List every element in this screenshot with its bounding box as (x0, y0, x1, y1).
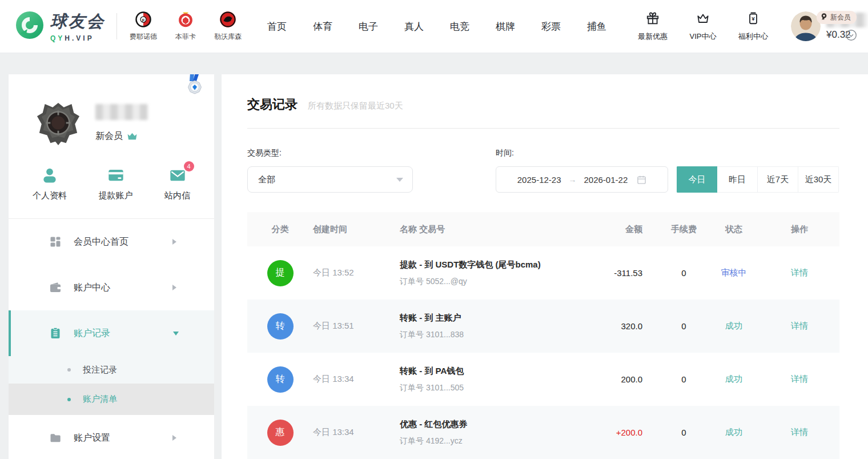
sponsor-benfica: 本菲卡 (168, 11, 203, 42)
sidebar-item-label: 账户中心 (74, 282, 110, 294)
nav-sports[interactable]: 体育 (300, 20, 345, 33)
sidebar-item-account-records[interactable]: 账户记录 (9, 310, 214, 356)
page-header: 交易记录 所有数据只保留最近30天 (247, 74, 839, 129)
detail-link[interactable]: 详情 (791, 427, 808, 437)
chevron-right-icon (172, 239, 176, 245)
row-name: 提款 - 到 USDT数字钱包 (尾号bcma) (400, 260, 577, 270)
divider (116, 13, 117, 39)
table-row: 提 今日 13:52 提款 - 到 USDT数字钱包 (尾号bcma) 订单号 … (247, 246, 839, 300)
row-fee: 0 (660, 321, 708, 331)
col-action: 操作 (760, 224, 839, 235)
red-packet-icon: ¥ (746, 11, 761, 28)
main-panel: 交易记录 所有数据只保留最近30天 交易类型: 全部 时间: 2025-12-2… (222, 74, 868, 459)
welfare-center-link[interactable]: ¥ 福利中心 (728, 11, 778, 42)
detail-link[interactable]: 详情 (791, 321, 808, 330)
row-fee: 0 (660, 268, 708, 278)
bank-card-icon (106, 166, 126, 185)
vip-center-link[interactable]: VIP中心 (678, 11, 728, 42)
medal-icon (820, 13, 828, 22)
caret-down-icon (396, 178, 403, 182)
nav-fishing[interactable]: 捕鱼 (574, 20, 620, 33)
row-time: 今日 13:52 (313, 268, 400, 278)
type-select[interactable]: 全部 (247, 166, 413, 193)
sponsor-logos: F 费耶诺德 本菲卡 (126, 11, 245, 42)
row-order-no: 订单号 4192...ycz (400, 436, 577, 446)
type-filter-label: 交易类型: (247, 148, 413, 158)
detail-link[interactable]: 详情 (791, 268, 808, 277)
main-nav: 首页 体育 电子 真人 电竞 棋牌 彩票 捕鱼 (254, 20, 620, 33)
promotions-link[interactable]: 最新优惠 (628, 11, 678, 42)
row-fee: 0 (660, 374, 708, 384)
leverkusen-crest-icon (219, 11, 236, 30)
sidebar-item-account-settings[interactable]: 账户设置 (9, 415, 214, 459)
site-domain: QYH.VIP (50, 34, 105, 42)
sponsor-feyenoord: F 费耶诺德 (126, 11, 160, 42)
member-level-label: 新会员 (830, 13, 851, 22)
chevron-down-icon[interactable] (845, 29, 857, 41)
shortcut-withdraw-account[interactable]: 提款账户 (99, 166, 133, 201)
filters: 交易类型: 全部 时间: 2025-12-23 → 2026-01-22 (247, 148, 839, 193)
row-order-no: 订单号 5052...@qy (400, 277, 577, 287)
table-header-row: 分类 创建时间 名称 交易号 金额 手续费 状态 操作 (247, 212, 839, 246)
row-status: 成功 (708, 374, 760, 385)
wallet-icon (49, 281, 62, 294)
row-time: 今日 13:51 (313, 321, 400, 332)
dashboard-icon (49, 235, 62, 249)
member-level-label: 新会员 (95, 130, 123, 142)
range-7days-button[interactable]: 近7天 (758, 166, 798, 193)
date-to: 2026-01-22 (584, 175, 628, 185)
sidebar-subitem-account-list[interactable]: 账户清单 (9, 384, 214, 415)
page-subtitle: 所有数据只保留最近30天 (308, 101, 403, 111)
sidebar-subitem-label: 投注记录 (83, 365, 117, 376)
table-row: 转 今日 13:51 转账 - 到 主账户 订单号 3101...838 320… (247, 300, 839, 353)
range-today-button[interactable]: 今日 (677, 166, 717, 193)
sponsor-leverkusen: 勒沃库森 (211, 11, 245, 42)
page: 球友会 QYH.VIP F 费耶诺德 (0, 0, 868, 459)
nav-home[interactable]: 首页 (254, 20, 300, 33)
nav-esports[interactable]: 电竞 (437, 20, 483, 33)
date-range-picker[interactable]: 2025-12-23 → 2026-01-22 (496, 166, 668, 193)
category-badge: 提 (267, 260, 294, 286)
row-time: 今日 13:34 (313, 427, 400, 438)
col-category: 分类 (247, 224, 313, 235)
nav-live[interactable]: 真人 (391, 20, 437, 33)
level-emblem (36, 101, 81, 146)
quick-links: 最新优惠 VIP中心 ¥ 福利中心 (628, 11, 778, 42)
chevron-right-icon (172, 435, 176, 441)
site-logo[interactable]: 球友会 QYH.VIP (15, 10, 105, 42)
shortcut-profile[interactable]: 个人资料 (33, 166, 67, 201)
row-time: 今日 13:34 (313, 374, 400, 385)
sidebar-item-label: 会员中心首页 (74, 236, 128, 248)
sidebar-item-member-home[interactable]: 会员中心首页 (9, 219, 214, 265)
nav-lottery[interactable]: 彩票 (528, 20, 574, 33)
username-blurred (95, 104, 148, 120)
row-order-no: 订单号 3101...505 (400, 383, 577, 393)
row-fee: 0 (660, 428, 708, 437)
range-30days-button[interactable]: 近30天 (798, 166, 839, 193)
nav-chess[interactable]: 棋牌 (483, 20, 528, 33)
row-amount: +200.0 (582, 428, 660, 437)
bullet-icon (67, 398, 71, 401)
page-title: 交易记录 (247, 96, 298, 113)
type-select-value: 全部 (258, 174, 275, 185)
col-created-time: 创建时间 (313, 224, 400, 235)
nav-slots[interactable]: 电子 (345, 20, 391, 33)
sidebar-item-account-center[interactable]: 账户中心 (9, 265, 214, 310)
row-name: 优惠 - 红包优惠券 (400, 419, 577, 430)
row-amount: -311.53 (582, 268, 660, 278)
quick-range-group: 今日 昨日 近7天 近30天 (677, 166, 839, 193)
shortcut-messages[interactable]: 4 站内信 (164, 166, 190, 201)
calendar-icon (637, 175, 646, 185)
category-badge: 惠 (267, 420, 294, 446)
site-name: 球友会 (50, 10, 105, 33)
row-amount: 200.0 (582, 374, 660, 384)
detail-link[interactable]: 详情 (791, 374, 808, 384)
range-yesterday-button[interactable]: 昨日 (717, 166, 758, 193)
col-status: 状态 (708, 224, 760, 235)
row-amount: 320.0 (582, 321, 660, 331)
sidebar-subitem-bet-records[interactable]: 投注记录 (9, 356, 214, 384)
svg-text:¥: ¥ (752, 15, 755, 22)
folder-icon (49, 431, 62, 445)
crown-icon (696, 11, 710, 28)
member-level-badge[interactable]: 新会员 (817, 11, 857, 24)
